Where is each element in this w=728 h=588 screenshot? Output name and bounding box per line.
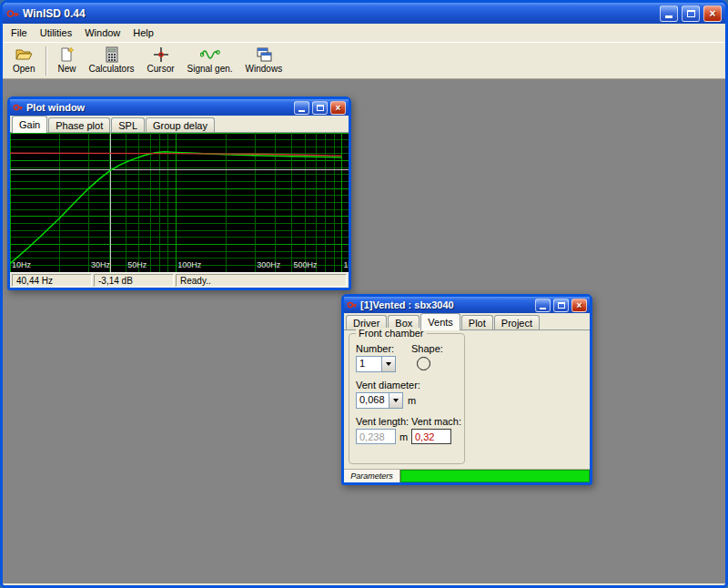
winisd-main-window: WinISD 0.44 × File Utilities Window Help… bbox=[0, 0, 728, 588]
number-label: Number: bbox=[356, 343, 394, 354]
toolbar-separator bbox=[46, 46, 46, 76]
tab-vents[interactable]: Vents bbox=[420, 313, 460, 330]
vent-number-value: 1 bbox=[357, 357, 381, 371]
menubar: File Utilities Window Help bbox=[3, 24, 725, 42]
status-cursor-frequency: 40,44 Hz bbox=[12, 274, 92, 287]
plot-statusbar: 40,44 Hz -3,14 dB Ready.. bbox=[10, 272, 349, 288]
tab-project[interactable]: Project bbox=[494, 315, 540, 329]
cursor-crosshair-icon bbox=[153, 46, 169, 64]
plot-tabs: Gain Phase plot SPL Group delay bbox=[10, 116, 349, 133]
menu-help[interactable]: Help bbox=[126, 25, 160, 40]
plot-window-title: Plot window bbox=[26, 102, 291, 113]
menu-file[interactable]: File bbox=[5, 25, 34, 40]
vented-window-icon bbox=[347, 299, 358, 310]
svg-text:500Hz: 500Hz bbox=[294, 260, 318, 269]
minimize-icon bbox=[665, 15, 672, 18]
close-button[interactable]: × bbox=[703, 5, 722, 22]
menu-utilities[interactable]: Utilities bbox=[34, 25, 78, 40]
status-ready: Ready.. bbox=[176, 274, 347, 287]
chevron-down-icon bbox=[393, 399, 399, 402]
signal-gen-label: Signal gen. bbox=[187, 64, 233, 74]
calculators-button[interactable]: Calculators bbox=[82, 45, 140, 75]
tab-group-delay[interactable]: Group delay bbox=[146, 117, 215, 132]
calculator-icon bbox=[105, 46, 119, 64]
cursor-button[interactable]: Cursor bbox=[141, 45, 181, 75]
vented-close-button[interactable]: × bbox=[571, 299, 587, 312]
svg-text:1kHz: 1kHz bbox=[343, 260, 349, 269]
cursor-label: Cursor bbox=[147, 64, 175, 74]
plot-window-icon bbox=[13, 102, 24, 113]
vent-diameter-value: 0,068 bbox=[357, 393, 389, 408]
vent-shape-circle-icon[interactable] bbox=[417, 357, 430, 370]
vented-window-title: [1]Vented : sbx3040 bbox=[360, 299, 532, 310]
window-title: WinISD 0.44 bbox=[23, 7, 656, 20]
svg-text:30Hz: 30Hz bbox=[91, 260, 111, 269]
signal-generator-icon bbox=[200, 46, 220, 64]
vent-number-combobox[interactable]: 1 bbox=[356, 356, 396, 372]
svg-text:300Hz: 300Hz bbox=[257, 260, 281, 269]
signal-gen-button[interactable]: Signal gen. bbox=[181, 45, 239, 75]
svg-text:100Hz: 100Hz bbox=[177, 260, 202, 269]
vent-length-unit: m bbox=[399, 431, 408, 442]
tab-gain[interactable]: Gain bbox=[12, 116, 47, 133]
vented-window-titlebar[interactable]: [1]Vented : sbx3040 × bbox=[344, 297, 590, 313]
minimize-icon bbox=[298, 110, 305, 112]
open-button[interactable]: Open bbox=[6, 45, 41, 75]
parameters-tab[interactable]: Parameters bbox=[344, 470, 400, 482]
maximize-icon bbox=[558, 302, 565, 309]
mdi-client-area: Plot window × Gain Phase plot SPL Group … bbox=[3, 79, 725, 583]
shape-label: Shape: bbox=[411, 343, 443, 354]
toolbar: Open New bbox=[3, 42, 725, 79]
plot-minimize-button[interactable] bbox=[294, 101, 309, 115]
new-button[interactable]: New bbox=[51, 45, 82, 75]
vent-diameter-label: Vent diameter: bbox=[356, 380, 420, 390]
windows-button[interactable]: Windows bbox=[239, 45, 289, 75]
front-chamber-label: Front chamber bbox=[356, 328, 427, 339]
chevron-down-icon bbox=[386, 362, 391, 366]
windows-label: Windows bbox=[246, 64, 283, 74]
open-label: Open bbox=[13, 64, 35, 74]
front-chamber-group: Front chamber Number: Shape: 1 Vent diam… bbox=[349, 333, 465, 464]
svg-text:10Hz: 10Hz bbox=[12, 260, 32, 269]
plot-window: Plot window × Gain Phase plot SPL Group … bbox=[7, 96, 351, 290]
windows-cascade-icon bbox=[256, 46, 272, 64]
vents-tab-content: Front chamber Number: Shape: 1 Vent diam… bbox=[344, 330, 590, 482]
vent-length-input[interactable] bbox=[356, 429, 396, 444]
menu-window[interactable]: Window bbox=[78, 25, 126, 40]
tab-plot[interactable]: Plot bbox=[461, 315, 493, 329]
maximize-icon bbox=[317, 105, 324, 111]
gain-plot-svg: 10Hz30Hz50Hz100Hz300Hz500Hz1kHz bbox=[10, 133, 349, 272]
dropdown-button[interactable] bbox=[381, 357, 395, 371]
vent-mach-label: Vent mach: bbox=[411, 416, 461, 427]
vented-maximize-button[interactable] bbox=[553, 299, 569, 312]
vent-diameter-combobox[interactable]: 0,068 bbox=[356, 392, 403, 409]
vented-project-window: [1]Vented : sbx3040 × Driver Box Vents P… bbox=[341, 294, 592, 485]
tab-phase-plot[interactable]: Phase plot bbox=[48, 117, 110, 132]
maximize-button[interactable] bbox=[682, 5, 700, 22]
dropdown-button[interactable] bbox=[389, 393, 402, 408]
maximize-icon bbox=[687, 10, 695, 17]
new-label: New bbox=[57, 64, 76, 74]
open-folder-icon bbox=[15, 46, 33, 64]
calculators-label: Calculators bbox=[88, 64, 134, 74]
status-progress-bar bbox=[400, 470, 590, 482]
vent-mach-input[interactable] bbox=[411, 429, 451, 444]
minimize-button[interactable] bbox=[660, 5, 678, 22]
vent-diameter-unit: m bbox=[408, 395, 416, 406]
plot-maximize-button[interactable] bbox=[312, 101, 328, 115]
app-icon bbox=[6, 7, 19, 20]
main-titlebar[interactable]: WinISD 0.44 × bbox=[3, 3, 725, 24]
status-cursor-gain: -3,14 dB bbox=[94, 274, 174, 287]
plot-close-button[interactable]: × bbox=[330, 101, 346, 115]
gain-plot-area[interactable]: 10Hz30Hz50Hz100Hz300Hz500Hz1kHz bbox=[10, 133, 349, 272]
tab-spl[interactable]: SPL bbox=[111, 117, 145, 132]
svg-text:50Hz: 50Hz bbox=[127, 260, 147, 269]
minimize-icon bbox=[540, 308, 546, 309]
vented-minimize-button[interactable] bbox=[535, 299, 551, 312]
vent-length-label: Vent length: bbox=[356, 416, 409, 427]
new-document-icon bbox=[58, 46, 75, 64]
plot-window-titlebar[interactable]: Plot window × bbox=[10, 99, 349, 116]
vented-bottom-bar: Parameters bbox=[344, 469, 590, 482]
